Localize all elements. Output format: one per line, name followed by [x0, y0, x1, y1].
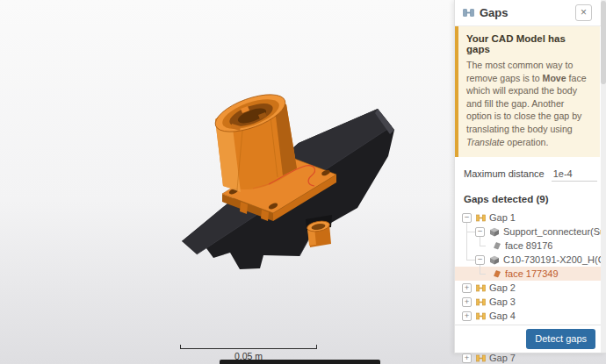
warning-text: operation.: [504, 137, 548, 147]
tree-row-gap-1[interactable]: − Gap 1: [455, 211, 606, 225]
gap-icon: [476, 298, 486, 306]
warning-italic-translate: Translate: [466, 137, 504, 147]
panel-title: Gaps: [480, 6, 509, 19]
expand-toggle[interactable]: +: [462, 297, 472, 307]
tree-label: Gap 7: [489, 353, 516, 363]
expand-toggle[interactable]: +: [462, 283, 472, 293]
gaps-panel: Gaps × Your CAD Model has gaps The most …: [454, 0, 606, 353]
tree-label: face 89176: [505, 240, 552, 251]
tree-label: C10-730191-X200_H(C10-...: [503, 254, 606, 265]
model-small-cylinder[interactable]: [306, 215, 332, 247]
panel-header: Gaps ×: [455, 0, 606, 26]
expand-toggle[interactable]: +: [462, 353, 472, 363]
tree-row-face-177349-selected[interactable]: face 177349: [455, 267, 606, 281]
cube-icon: [489, 227, 500, 237]
warning-bold-move: Move: [543, 73, 566, 83]
detect-gaps-button[interactable]: Detect gaps: [526, 329, 595, 349]
tree-label: Gap 2: [489, 282, 516, 293]
bottom-bar: [220, 360, 380, 364]
max-distance-input[interactable]: [552, 168, 597, 182]
tree-label: Gap 3: [489, 296, 516, 307]
scrollbar-thumb[interactable]: [601, 1, 606, 84]
tree-label: Gap 1: [489, 212, 516, 223]
warning-banner: Your CAD Model has gaps The most common …: [455, 26, 600, 157]
tree-row-gap-3[interactable]: + Gap 3: [455, 295, 606, 309]
scale-bar: [180, 345, 317, 349]
warning-title: Your CAD Model has gaps: [466, 33, 591, 54]
expand-toggle[interactable]: +: [462, 311, 472, 321]
gap-icon: [476, 312, 486, 320]
gaps-icon: [463, 8, 474, 18]
panel-scrollbar[interactable]: [601, 0, 606, 353]
face-icon: [493, 241, 501, 250]
tree-label: Gap 4: [489, 310, 516, 321]
max-distance-label: Maximum distance: [464, 168, 545, 182]
tree-row-face-89176[interactable]: face 89176: [455, 239, 606, 253]
panel-footer: Detect gaps: [455, 325, 606, 353]
collapse-toggle[interactable]: −: [475, 227, 485, 237]
max-distance-row: Maximum distance m: [464, 168, 595, 182]
collapse-toggle[interactable]: −: [462, 213, 472, 223]
warning-body: The most common way to remove gaps is to…: [466, 59, 591, 148]
gap-icon: [476, 284, 486, 292]
tree-row-body-c10[interactable]: − C10-730191-X200_H(C10-...: [455, 253, 606, 267]
tree-row-body-support[interactable]: − Support_connecteur(Suppor...: [455, 225, 606, 239]
tree-row-gap-7[interactable]: + Gap 7: [455, 351, 606, 364]
gaps-detected-heading: Gaps detected (9): [464, 194, 597, 204]
tree-row-gap-4[interactable]: + Gap 4: [455, 309, 606, 323]
collapse-toggle[interactable]: −: [475, 255, 485, 265]
tree-label: Support_connecteur(Suppor...: [503, 226, 606, 237]
tree-label: face 177349: [505, 268, 559, 279]
cad-model[interactable]: [156, 81, 420, 282]
tree-row-gap-2[interactable]: + Gap 2: [455, 281, 606, 295]
gap-icon: [476, 354, 486, 362]
cube-icon: [489, 255, 500, 265]
face-icon: [493, 269, 501, 278]
close-icon[interactable]: ×: [575, 4, 592, 21]
gap-icon: [476, 214, 486, 222]
